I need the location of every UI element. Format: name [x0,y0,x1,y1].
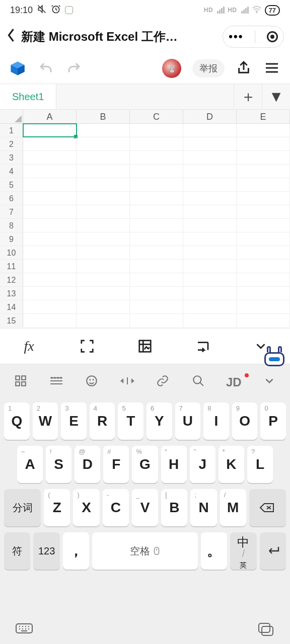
cell[interactable] [183,287,237,300]
column-header[interactable]: A [23,110,77,123]
cell[interactable] [77,287,130,300]
capsule-close-button[interactable] [267,31,278,42]
cell[interactable] [77,137,130,150]
cell[interactable] [77,124,130,137]
row-header[interactable]: 13 [0,287,23,300]
cell[interactable] [130,246,183,259]
cell[interactable] [77,151,130,164]
cell[interactable] [23,178,77,191]
keyboard-apps-icon[interactable] [11,374,31,390]
keyboard-layout-icon[interactable] [46,375,66,389]
select-all-corner[interactable] [0,110,23,123]
space-key[interactable]: 空格 [92,532,198,570]
row-header[interactable]: 15 [0,314,23,327]
cell[interactable] [237,260,290,273]
key-L[interactable]: ?L [247,446,273,483]
cell[interactable] [130,178,183,191]
cell[interactable] [23,232,77,246]
key-M[interactable]: /M [220,489,246,526]
cell[interactable] [130,219,183,232]
cell[interactable] [183,219,237,232]
cell[interactable] [77,192,130,205]
cell[interactable] [237,151,290,164]
cell[interactable] [237,165,290,178]
undo-button[interactable] [37,60,54,77]
row-header[interactable]: 12 [0,273,23,286]
cell[interactable] [77,219,130,232]
cell[interactable] [183,232,237,246]
cell[interactable] [23,192,77,205]
key-O[interactable]: 9O [232,403,258,440]
key-Z[interactable]: (Z [44,489,70,526]
sheet-tab-active[interactable]: Sheet1 [0,84,56,109]
cell[interactable] [23,273,77,286]
cell[interactable] [23,151,77,164]
redo-button[interactable] [65,60,83,77]
cell[interactable] [183,260,237,273]
key-N[interactable]: ;N [190,489,216,526]
key-A[interactable]: ~A [17,446,43,483]
key-G[interactable]: %G [132,446,158,483]
cell[interactable] [237,124,290,137]
cell[interactable] [77,232,130,246]
keyboard-collapse-icon[interactable] [259,374,279,390]
emoji-icon[interactable] [82,374,102,390]
cell[interactable] [183,124,237,137]
key-R[interactable]: 4R [90,403,115,440]
key-F[interactable]: #F [103,446,129,483]
link-icon[interactable] [153,374,173,390]
cell[interactable] [23,260,77,273]
hamburger-menu-button[interactable] [264,60,281,77]
row-header[interactable]: 8 [0,219,23,232]
search-icon[interactable] [188,374,208,390]
key-Y[interactable]: 6Y [147,403,172,440]
clipboard-button[interactable] [256,621,276,636]
cursor-move-icon[interactable] [117,374,137,390]
cell[interactable] [130,205,183,218]
row-header[interactable]: 14 [0,300,23,313]
key-W[interactable]: 2W [33,403,58,440]
cell[interactable] [23,165,77,178]
comma-key[interactable]: ， [63,532,89,570]
cell[interactable] [77,314,130,327]
key-J[interactable]: ”J [190,446,215,483]
cell[interactable] [183,300,237,313]
scan-button[interactable] [69,337,105,355]
cell[interactable] [23,246,77,259]
assistant-robot-icon[interactable] [263,346,286,366]
cell[interactable] [77,260,130,273]
cell[interactable] [237,137,290,150]
row-header[interactable]: 1 [0,124,23,137]
row-header[interactable]: 3 [0,151,23,164]
key-S[interactable]: !S [46,446,71,483]
back-button[interactable] [6,28,16,46]
row-header[interactable]: 10 [0,246,23,259]
cell[interactable] [183,314,237,327]
spreadsheet-grid[interactable]: A B C D E 123456789101112131415 [0,110,290,328]
cell[interactable] [130,260,183,273]
cell[interactable] [183,205,237,218]
key-E[interactable]: 3E [61,403,87,440]
share-button[interactable] [236,60,253,77]
enter-key[interactable] [260,532,286,570]
symbol-key[interactable]: 符 [4,532,30,570]
cell[interactable] [77,273,130,286]
insert-image-button[interactable] [127,337,163,355]
sheet-dropdown-button[interactable]: ▼ [262,84,290,109]
cell[interactable] [183,246,237,259]
cell[interactable] [183,137,237,150]
key-Q[interactable]: 1Q [4,403,30,440]
cell[interactable] [130,287,183,300]
column-header[interactable]: B [77,110,130,123]
key-D[interactable]: @D [75,446,100,483]
cell[interactable] [183,165,237,178]
row-header[interactable]: 11 [0,260,23,273]
cell[interactable] [130,300,183,313]
wrap-text-button[interactable] [185,337,221,355]
fx-button[interactable]: fx [12,337,47,355]
cell[interactable] [23,314,77,327]
cell[interactable] [183,178,237,191]
numeric-key[interactable]: 123 [33,532,59,570]
cell[interactable] [237,178,290,191]
row-header[interactable]: 7 [0,205,23,218]
